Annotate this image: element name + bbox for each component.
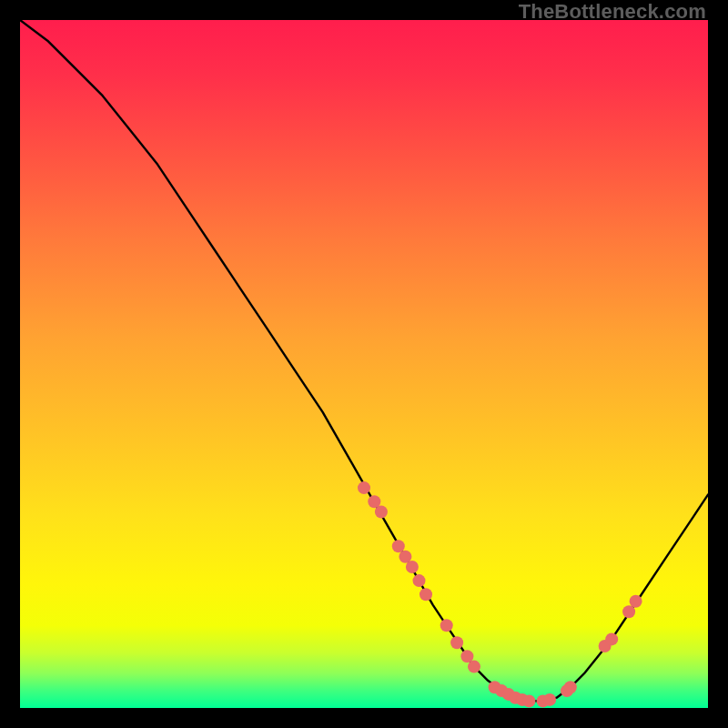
chart-svg	[20, 20, 708, 708]
data-point	[375, 506, 388, 519]
data-point	[413, 574, 426, 587]
data-point	[420, 588, 432, 601]
bottleneck-curve	[20, 20, 708, 701]
data-point	[468, 661, 480, 673]
data-point	[406, 561, 419, 573]
data-point	[522, 694, 535, 707]
data-point	[622, 605, 635, 618]
watermark-text: TheBottleneck.com	[519, 0, 706, 24]
data-point	[605, 632, 618, 645]
data-point	[358, 481, 370, 494]
data-point	[543, 693, 556, 706]
data-point	[440, 619, 453, 632]
data-point	[630, 595, 642, 608]
data-point	[450, 636, 463, 649]
data-point	[564, 681, 577, 693]
data-point	[392, 540, 405, 552]
chart-plot-area	[20, 20, 708, 708]
